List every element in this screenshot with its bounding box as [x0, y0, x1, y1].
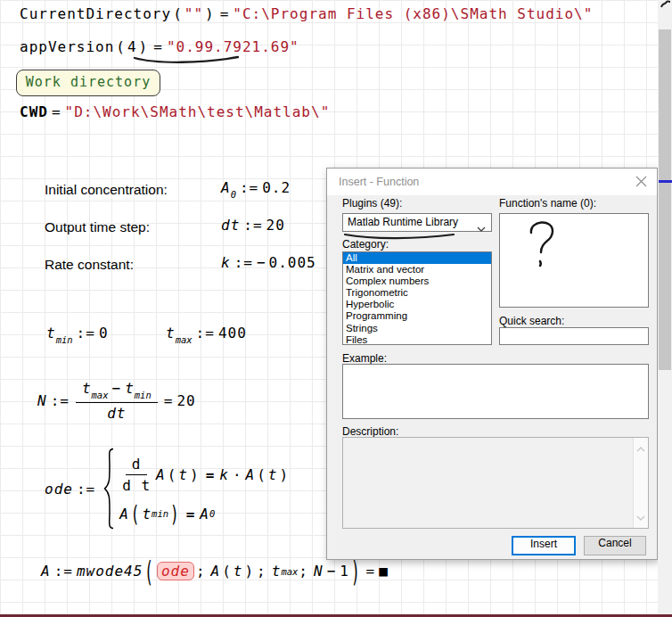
question-mark-annotation: [526, 218, 558, 270]
example-box[interactable]: [342, 364, 649, 419]
close-icon[interactable]: [632, 176, 650, 190]
expr-n-definition[interactable]: N:= tmax−tmin dt =20: [37, 380, 196, 422]
label-output-time-step: Output time step:: [45, 219, 150, 235]
label-initial-concentration: Initial concentration:: [45, 182, 168, 198]
description-label: Description:: [342, 425, 398, 438]
expr-cwd[interactable]: CWD="D:\Work\SMath\test\Matlab\": [20, 103, 330, 120]
function-name-label: Function's name (0):: [499, 197, 596, 210]
category-list[interactable]: All Matrix and vector Complex numbers Tr…: [342, 251, 492, 345]
dialog-title: Insert - Function: [339, 169, 419, 195]
string-value: "D:\Work\SMath\test\Matlab\": [65, 103, 331, 120]
work-directory-button-label: Work directory: [26, 74, 151, 90]
work-directory-button[interactable]: Work directory: [16, 70, 160, 96]
category-item[interactable]: Programming: [343, 310, 491, 322]
variable-name: CWD: [20, 103, 48, 120]
description-box: [342, 437, 649, 529]
scroll-up-icon[interactable]: [636, 442, 645, 455]
underline-annotation-version: [132, 54, 241, 65]
string-arg: "": [184, 5, 203, 22]
category-item[interactable]: Complex numbers: [343, 276, 491, 287]
category-item-selected[interactable]: All: [343, 252, 491, 264]
example-label: Example:: [342, 352, 387, 365]
expr-current-directory[interactable]: CurrentDirectory("")="C:\Program Files (…: [20, 5, 593, 22]
ode-equation: d d t A(t)=k·A(t): [119, 456, 291, 494]
function-name: mwode45: [77, 563, 143, 580]
function-name: CurrentDirectory: [20, 5, 171, 22]
category-item[interactable]: Matrix and vector: [343, 264, 491, 276]
plugins-label: Plugins (49):: [342, 197, 402, 210]
smath-studio-window: CurrentDirectory("")="C:\Program Files (…: [0, 0, 672, 617]
fraction: tmax−tmin dt: [76, 380, 158, 422]
category-item[interactable]: Files: [343, 334, 491, 345]
string-value: "C:\Program Files (x86)\SMath Studio\": [233, 5, 593, 22]
scrollbar-thumb[interactable]: [659, 29, 671, 370]
category-item[interactable]: Hyperbolic: [343, 299, 491, 310]
cancel-button[interactable]: Cancel: [584, 536, 646, 555]
system-brace: [102, 448, 115, 530]
description-scrollbar[interactable]: [633, 438, 648, 528]
result-placeholder[interactable]: ■: [379, 563, 389, 580]
chevron-down-icon: [477, 220, 486, 237]
expr-tmin-definition[interactable]: tmin:=0: [46, 325, 109, 345]
blue-marker-annotation: [659, 180, 672, 183]
insert-button[interactable]: Insert: [512, 536, 576, 555]
expr-app-version[interactable]: appVersion(4)="0.99.7921.69": [20, 38, 299, 55]
plugins-dropdown[interactable]: Matlab Runtime Library: [342, 213, 492, 232]
scroll-down-icon[interactable]: [636, 511, 645, 523]
function-name: appVersion: [20, 38, 114, 55]
expr-tmax-definition[interactable]: tmax:=400: [166, 325, 247, 345]
error-highlight-ode[interactable]: ode: [157, 562, 194, 580]
category-item[interactable]: Strings: [343, 323, 491, 334]
quick-search-input[interactable]: [499, 327, 649, 345]
dialog-titlebar[interactable]: Insert - Function: [327, 169, 657, 195]
quick-search-label: Quick search:: [499, 315, 564, 327]
window-scrollbar[interactable]: [658, 0, 672, 617]
category-label: Category:: [342, 238, 389, 251]
plugins-selected-value: Matlab Runtime Library: [348, 216, 458, 228]
expr-ode-definition[interactable]: ode:= d d t A(t)=k·A(t) A(tmin)=A0: [45, 448, 291, 530]
expr-k-definition[interactable]: k:=−0.005: [221, 254, 316, 271]
expr-a0-definition[interactable]: A0:=0.2: [221, 179, 291, 200]
label-rate-constant: Rate constant:: [45, 257, 134, 273]
category-item[interactable]: Trigonometric: [343, 287, 491, 299]
insert-function-dialog: Insert - Function Plugins (49): Matlab R…: [326, 168, 658, 560]
expr-mwode45-call[interactable]: A:=mwode45 ( ode ; A(t) ; tmax ; N−1 ) =…: [41, 562, 389, 580]
ode-initial-condition: A(tmin)=A0: [119, 506, 291, 522]
string-value: "0.99.7921.69": [167, 38, 299, 55]
expr-dt-definition[interactable]: dt:=20: [221, 217, 285, 234]
function-name-list[interactable]: [499, 213, 649, 308]
